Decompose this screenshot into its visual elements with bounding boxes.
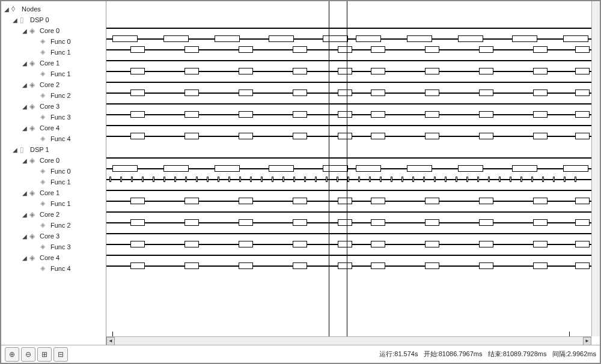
timeline-block[interactable] — [293, 219, 307, 226]
timeline-block[interactable] — [510, 177, 511, 182]
timeline-block[interactable] — [488, 177, 490, 182]
timeline-block[interactable] — [575, 46, 590, 53]
timeline-block[interactable] — [338, 241, 352, 247]
tree-func[interactable]: Func 3 — [1, 112, 106, 123]
timeline-block[interactable] — [338, 133, 352, 139]
timeline-block[interactable] — [533, 198, 548, 204]
timeline-block[interactable] — [575, 68, 590, 74]
timeline-block[interactable] — [293, 198, 307, 204]
tree-core[interactable]: ◢ Core 0 — [1, 25, 106, 36]
collapse-button[interactable]: ⊟ — [53, 347, 68, 362]
chevron-down-icon[interactable]: ◢ — [4, 6, 10, 13]
timeline-block[interactable] — [323, 35, 348, 42]
timeline-block[interactable] — [380, 177, 382, 182]
timeline-block[interactable] — [575, 89, 590, 96]
timeline-block[interactable] — [207, 177, 209, 182]
timeline-block[interactable] — [512, 35, 537, 42]
timeline-block[interactable] — [293, 68, 307, 74]
timeline-block[interactable] — [479, 89, 493, 96]
timeline-block[interactable] — [356, 35, 381, 42]
timeline-block[interactable] — [371, 262, 385, 269]
timeline-panel[interactable]: ◄ ► — [106, 1, 600, 345]
timeline-block[interactable] — [239, 262, 253, 269]
chevron-down-icon[interactable]: ◢ — [22, 211, 28, 218]
timeline-block[interactable] — [293, 89, 307, 96]
timeline-block[interactable] — [542, 177, 544, 182]
tree-dsp-1[interactable]: ◢ DSP 1 — [1, 144, 106, 155]
timeline-block[interactable] — [130, 219, 145, 226]
timeline-block[interactable] — [338, 46, 352, 53]
timeline-block[interactable] — [533, 68, 548, 74]
chevron-down-icon[interactable]: ◢ — [22, 233, 28, 240]
tree-core[interactable]: ◢ Core 1 — [1, 187, 106, 198]
timeline-block[interactable] — [269, 165, 294, 172]
timeline-block[interactable] — [185, 133, 199, 139]
timeline-block[interactable] — [477, 177, 479, 182]
timeline-block[interactable] — [109, 177, 111, 182]
timeline-block[interactable] — [112, 165, 138, 172]
timeline-block[interactable] — [425, 241, 439, 247]
tree-func[interactable]: Func 1 — [1, 68, 106, 79]
timeline-block[interactable] — [163, 35, 189, 42]
timeline-block[interactable] — [358, 177, 360, 182]
timeline-block[interactable] — [174, 177, 176, 182]
timeline-block[interactable] — [371, 198, 385, 204]
timeline-block[interactable] — [371, 133, 385, 139]
timeline-block[interactable] — [239, 68, 253, 74]
timeline-block[interactable] — [533, 111, 548, 118]
tree-func[interactable]: Func 4 — [1, 263, 106, 274]
timeline-block[interactable] — [458, 35, 483, 42]
horizontal-scrollbar[interactable]: ◄ ► — [106, 336, 591, 345]
tree-func[interactable]: Func 1 — [1, 47, 106, 58]
timeline-cursor-start[interactable] — [329, 1, 329, 336]
timeline-block[interactable] — [130, 111, 145, 118]
timeline-block[interactable] — [423, 177, 425, 182]
timeline-block[interactable] — [130, 46, 145, 53]
timeline-block[interactable] — [153, 177, 154, 182]
timeline-block[interactable] — [479, 46, 493, 53]
timeline-block[interactable] — [185, 241, 199, 247]
timeline-block[interactable] — [575, 133, 590, 139]
timeline-block[interactable] — [575, 111, 590, 118]
timeline-block[interactable] — [338, 111, 352, 118]
timeline-block[interactable] — [239, 89, 253, 96]
timeline-block[interactable] — [239, 111, 253, 118]
timeline-block[interactable] — [130, 68, 145, 74]
timeline-block[interactable] — [533, 262, 548, 269]
timeline-block[interactable] — [553, 177, 555, 182]
timeline-block[interactable] — [142, 177, 144, 182]
tree-core[interactable]: ◢ Core 3 — [1, 101, 106, 112]
timeline-block[interactable] — [131, 177, 133, 182]
timeline-block[interactable] — [338, 89, 352, 96]
timeline-block[interactable] — [112, 35, 138, 42]
zoom-out-button[interactable]: ⊖ — [21, 347, 35, 362]
tree-func[interactable]: Func 1 — [1, 177, 106, 187]
timeline-block[interactable] — [575, 262, 590, 269]
tree-func[interactable]: Func 1 — [1, 198, 106, 209]
timeline-block[interactable] — [304, 177, 306, 182]
timeline-block[interactable] — [239, 219, 253, 226]
timeline-block[interactable] — [163, 177, 165, 182]
timeline-block[interactable] — [215, 35, 240, 42]
timeline-block[interactable] — [185, 46, 199, 53]
timeline-block[interactable] — [163, 165, 189, 172]
timeline-block[interactable] — [293, 46, 307, 53]
timeline-block[interactable] — [215, 165, 240, 172]
tree-func[interactable]: Func 0 — [1, 36, 106, 47]
timeline-block[interactable] — [347, 177, 349, 182]
timeline-block[interactable] — [458, 165, 483, 172]
vertical-scrollbar[interactable] — [591, 1, 600, 336]
tree-core[interactable]: ◢ Core 4 — [1, 123, 106, 133]
timeline-block[interactable] — [575, 177, 576, 182]
timeline-block[interactable] — [425, 68, 439, 74]
timeline-block[interactable] — [239, 198, 253, 204]
chevron-down-icon[interactable]: ◢ — [12, 17, 18, 23]
timeline-block[interactable] — [520, 177, 522, 182]
timeline-block[interactable] — [185, 68, 199, 74]
timeline-block[interactable] — [371, 46, 385, 53]
timeline-block[interactable] — [479, 198, 493, 204]
timeline-block[interactable] — [239, 46, 253, 53]
expand-button[interactable]: ⊞ — [37, 347, 52, 362]
timeline-block[interactable] — [425, 262, 439, 269]
timeline-block[interactable] — [531, 177, 533, 182]
